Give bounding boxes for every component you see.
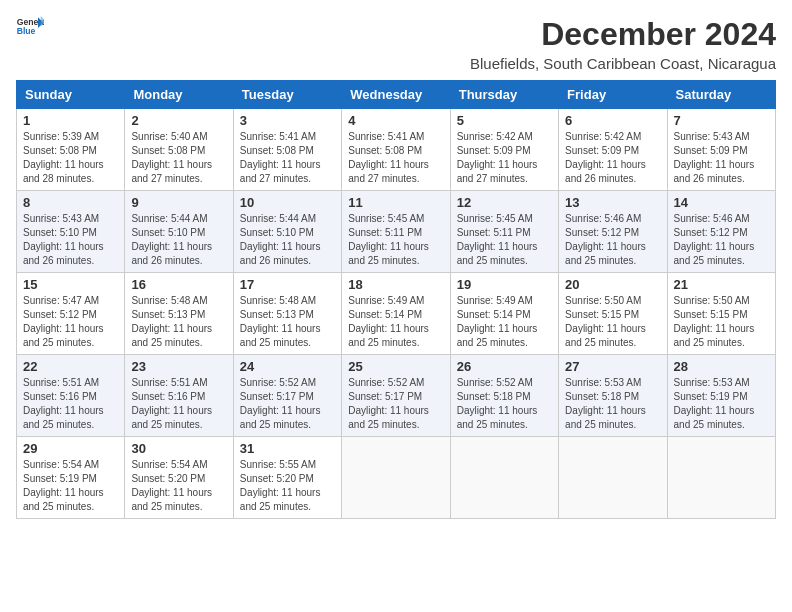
empty-cell: [342, 437, 450, 519]
day-info: Sunrise: 5:53 AM Sunset: 5:19 PM Dayligh…: [674, 376, 769, 432]
day-number: 27: [565, 359, 660, 374]
day-info: Sunrise: 5:53 AM Sunset: 5:18 PM Dayligh…: [565, 376, 660, 432]
calendar-day-cell: 13Sunrise: 5:46 AM Sunset: 5:12 PM Dayli…: [559, 191, 667, 273]
weekday-header-friday: Friday: [559, 81, 667, 109]
day-info: Sunrise: 5:46 AM Sunset: 5:12 PM Dayligh…: [674, 212, 769, 268]
day-info: Sunrise: 5:49 AM Sunset: 5:14 PM Dayligh…: [348, 294, 443, 350]
calendar-day-cell: 31Sunrise: 5:55 AM Sunset: 5:20 PM Dayli…: [233, 437, 341, 519]
weekday-header-monday: Monday: [125, 81, 233, 109]
main-title: December 2024: [470, 16, 776, 53]
subtitle: Bluefields, South Caribbean Coast, Nicar…: [470, 55, 776, 72]
svg-text:Blue: Blue: [17, 26, 36, 36]
day-info: Sunrise: 5:40 AM Sunset: 5:08 PM Dayligh…: [131, 130, 226, 186]
day-number: 25: [348, 359, 443, 374]
calendar-day-cell: 4Sunrise: 5:41 AM Sunset: 5:08 PM Daylig…: [342, 109, 450, 191]
day-number: 22: [23, 359, 118, 374]
day-number: 11: [348, 195, 443, 210]
calendar-week-row: 15Sunrise: 5:47 AM Sunset: 5:12 PM Dayli…: [17, 273, 776, 355]
day-number: 6: [565, 113, 660, 128]
day-number: 24: [240, 359, 335, 374]
calendar-day-cell: 27Sunrise: 5:53 AM Sunset: 5:18 PM Dayli…: [559, 355, 667, 437]
empty-cell: [559, 437, 667, 519]
logo: General Blue: [16, 16, 44, 36]
day-number: 23: [131, 359, 226, 374]
calendar-day-cell: 8Sunrise: 5:43 AM Sunset: 5:10 PM Daylig…: [17, 191, 125, 273]
day-info: Sunrise: 5:45 AM Sunset: 5:11 PM Dayligh…: [457, 212, 552, 268]
day-number: 15: [23, 277, 118, 292]
calendar-day-cell: 7Sunrise: 5:43 AM Sunset: 5:09 PM Daylig…: [667, 109, 775, 191]
day-info: Sunrise: 5:55 AM Sunset: 5:20 PM Dayligh…: [240, 458, 335, 514]
day-number: 3: [240, 113, 335, 128]
day-number: 26: [457, 359, 552, 374]
day-info: Sunrise: 5:51 AM Sunset: 5:16 PM Dayligh…: [131, 376, 226, 432]
day-info: Sunrise: 5:50 AM Sunset: 5:15 PM Dayligh…: [674, 294, 769, 350]
calendar-day-cell: 2Sunrise: 5:40 AM Sunset: 5:08 PM Daylig…: [125, 109, 233, 191]
day-info: Sunrise: 5:43 AM Sunset: 5:09 PM Dayligh…: [674, 130, 769, 186]
calendar-day-cell: 6Sunrise: 5:42 AM Sunset: 5:09 PM Daylig…: [559, 109, 667, 191]
weekday-header-row: SundayMondayTuesdayWednesdayThursdayFrid…: [17, 81, 776, 109]
day-info: Sunrise: 5:54 AM Sunset: 5:19 PM Dayligh…: [23, 458, 118, 514]
calendar-day-cell: 12Sunrise: 5:45 AM Sunset: 5:11 PM Dayli…: [450, 191, 558, 273]
day-info: Sunrise: 5:52 AM Sunset: 5:18 PM Dayligh…: [457, 376, 552, 432]
day-info: Sunrise: 5:51 AM Sunset: 5:16 PM Dayligh…: [23, 376, 118, 432]
calendar-day-cell: 9Sunrise: 5:44 AM Sunset: 5:10 PM Daylig…: [125, 191, 233, 273]
day-number: 29: [23, 441, 118, 456]
day-info: Sunrise: 5:52 AM Sunset: 5:17 PM Dayligh…: [240, 376, 335, 432]
calendar-week-row: 29Sunrise: 5:54 AM Sunset: 5:19 PM Dayli…: [17, 437, 776, 519]
title-area: December 2024 Bluefields, South Caribbea…: [470, 16, 776, 72]
weekday-header-saturday: Saturday: [667, 81, 775, 109]
calendar-day-cell: 10Sunrise: 5:44 AM Sunset: 5:10 PM Dayli…: [233, 191, 341, 273]
day-info: Sunrise: 5:46 AM Sunset: 5:12 PM Dayligh…: [565, 212, 660, 268]
day-number: 2: [131, 113, 226, 128]
calendar-day-cell: 28Sunrise: 5:53 AM Sunset: 5:19 PM Dayli…: [667, 355, 775, 437]
day-number: 30: [131, 441, 226, 456]
weekday-header-wednesday: Wednesday: [342, 81, 450, 109]
day-number: 14: [674, 195, 769, 210]
empty-cell: [667, 437, 775, 519]
day-info: Sunrise: 5:50 AM Sunset: 5:15 PM Dayligh…: [565, 294, 660, 350]
calendar: SundayMondayTuesdayWednesdayThursdayFrid…: [16, 80, 776, 519]
day-info: Sunrise: 5:52 AM Sunset: 5:17 PM Dayligh…: [348, 376, 443, 432]
day-number: 31: [240, 441, 335, 456]
day-info: Sunrise: 5:44 AM Sunset: 5:10 PM Dayligh…: [240, 212, 335, 268]
day-info: Sunrise: 5:47 AM Sunset: 5:12 PM Dayligh…: [23, 294, 118, 350]
calendar-day-cell: 1Sunrise: 5:39 AM Sunset: 5:08 PM Daylig…: [17, 109, 125, 191]
calendar-day-cell: 29Sunrise: 5:54 AM Sunset: 5:19 PM Dayli…: [17, 437, 125, 519]
day-info: Sunrise: 5:42 AM Sunset: 5:09 PM Dayligh…: [457, 130, 552, 186]
day-number: 17: [240, 277, 335, 292]
calendar-day-cell: 18Sunrise: 5:49 AM Sunset: 5:14 PM Dayli…: [342, 273, 450, 355]
calendar-day-cell: 19Sunrise: 5:49 AM Sunset: 5:14 PM Dayli…: [450, 273, 558, 355]
empty-cell: [450, 437, 558, 519]
day-number: 21: [674, 277, 769, 292]
day-number: 18: [348, 277, 443, 292]
day-info: Sunrise: 5:44 AM Sunset: 5:10 PM Dayligh…: [131, 212, 226, 268]
day-info: Sunrise: 5:39 AM Sunset: 5:08 PM Dayligh…: [23, 130, 118, 186]
header-area: General Blue December 2024 Bluefields, S…: [16, 16, 776, 72]
calendar-day-cell: 26Sunrise: 5:52 AM Sunset: 5:18 PM Dayli…: [450, 355, 558, 437]
calendar-day-cell: 23Sunrise: 5:51 AM Sunset: 5:16 PM Dayli…: [125, 355, 233, 437]
day-number: 9: [131, 195, 226, 210]
calendar-day-cell: 16Sunrise: 5:48 AM Sunset: 5:13 PM Dayli…: [125, 273, 233, 355]
day-number: 4: [348, 113, 443, 128]
day-info: Sunrise: 5:48 AM Sunset: 5:13 PM Dayligh…: [131, 294, 226, 350]
calendar-week-row: 22Sunrise: 5:51 AM Sunset: 5:16 PM Dayli…: [17, 355, 776, 437]
calendar-day-cell: 17Sunrise: 5:48 AM Sunset: 5:13 PM Dayli…: [233, 273, 341, 355]
calendar-day-cell: 24Sunrise: 5:52 AM Sunset: 5:17 PM Dayli…: [233, 355, 341, 437]
day-info: Sunrise: 5:41 AM Sunset: 5:08 PM Dayligh…: [240, 130, 335, 186]
day-number: 7: [674, 113, 769, 128]
weekday-header-sunday: Sunday: [17, 81, 125, 109]
day-number: 28: [674, 359, 769, 374]
calendar-week-row: 8Sunrise: 5:43 AM Sunset: 5:10 PM Daylig…: [17, 191, 776, 273]
day-number: 1: [23, 113, 118, 128]
day-number: 5: [457, 113, 552, 128]
day-number: 19: [457, 277, 552, 292]
day-number: 8: [23, 195, 118, 210]
day-info: Sunrise: 5:43 AM Sunset: 5:10 PM Dayligh…: [23, 212, 118, 268]
calendar-day-cell: 14Sunrise: 5:46 AM Sunset: 5:12 PM Dayli…: [667, 191, 775, 273]
day-number: 16: [131, 277, 226, 292]
weekday-header-tuesday: Tuesday: [233, 81, 341, 109]
calendar-day-cell: 30Sunrise: 5:54 AM Sunset: 5:20 PM Dayli…: [125, 437, 233, 519]
calendar-day-cell: 5Sunrise: 5:42 AM Sunset: 5:09 PM Daylig…: [450, 109, 558, 191]
day-info: Sunrise: 5:49 AM Sunset: 5:14 PM Dayligh…: [457, 294, 552, 350]
day-number: 20: [565, 277, 660, 292]
